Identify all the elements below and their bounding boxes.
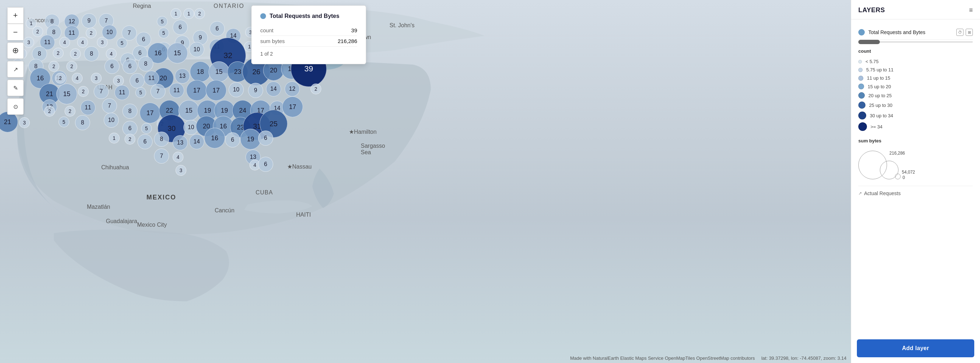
bubble-2[interactable]: 2 — [67, 61, 77, 72]
bubble-6[interactable]: 6 — [225, 132, 240, 147]
bubble-17[interactable]: 17 — [282, 97, 303, 117]
bubble-10[interactable]: 10 — [189, 42, 204, 57]
bubble-5[interactable]: 5 — [158, 28, 169, 38]
bubble-5[interactable]: 5 — [141, 123, 152, 134]
bubble-14[interactable]: 14 — [266, 81, 281, 97]
bubble-2[interactable]: 2 — [53, 48, 64, 59]
layer-grid-icon[interactable]: ⊞ — [966, 29, 973, 36]
bubble-3[interactable]: 3 — [19, 117, 30, 128]
bubble-2[interactable]: 2 — [194, 8, 205, 19]
bubble-15[interactable]: 15 — [56, 84, 77, 105]
draw-button[interactable]: ✎ — [7, 79, 24, 96]
bubble-6[interactable]: 6 — [258, 130, 273, 146]
bubble-9[interactable]: 9 — [248, 83, 263, 98]
bubble-13[interactable]: 13 — [173, 135, 188, 150]
bubble-5[interactable]: 5 — [59, 117, 69, 127]
bubble-7[interactable]: 7 — [154, 149, 169, 163]
bubble-5[interactable]: 5 — [135, 87, 146, 98]
bubble-3[interactable]: 3 — [113, 75, 124, 86]
panel-content: Total Requests and Bytes ⏱ ⊞ count < 5.7… — [851, 19, 980, 334]
bubble-6[interactable]: 6 — [210, 21, 225, 36]
bubble-11[interactable]: 11 — [115, 85, 130, 100]
bubble-5[interactable]: 5 — [157, 16, 168, 27]
layer-item[interactable]: Total Requests and Bytes ⏱ ⊞ — [858, 25, 973, 40]
compass-button[interactable]: ⊕ — [7, 42, 24, 59]
bubble-6[interactable]: 6 — [137, 134, 153, 149]
bubble-3[interactable]: 3 — [175, 165, 186, 176]
bubble-8[interactable]: 8 — [75, 115, 90, 130]
bubble-7[interactable]: 7 — [94, 84, 109, 99]
bubble-4[interactable]: 4 — [72, 73, 83, 84]
bubble-2[interactable]: 2 — [48, 61, 59, 72]
tooltip-pagination: 1 of 2 — [260, 51, 357, 57]
bubble-2[interactable]: 2 — [44, 106, 55, 117]
panel-menu-icon[interactable]: ≡ — [969, 6, 973, 14]
panel-scrollbar[interactable] — [858, 41, 973, 43]
legend-item-count: 25 up to 30 — [858, 100, 973, 110]
bubble-3[interactable]: 3 — [91, 73, 102, 84]
bubble-8[interactable]: 8 — [138, 56, 153, 71]
bubble-11[interactable]: 11 — [144, 71, 159, 86]
legend-circle — [858, 76, 863, 81]
legend-item-count: 30 up to 34 — [858, 110, 973, 121]
bubble-17[interactable]: 17 — [186, 80, 207, 101]
bubble-7[interactable]: 7 — [150, 84, 165, 99]
tooltip-title-text: Total Requests and Bytes — [270, 13, 339, 19]
bubble-1[interactable]: 1 — [170, 8, 181, 19]
map[interactable]: Vancouver Regina ONTARIO St. John's Char… — [0, 0, 851, 363]
bubble-2[interactable]: 2 — [70, 48, 81, 59]
zoom-controls: + − — [7, 7, 24, 40]
bubble-2[interactable]: 2 — [32, 26, 43, 37]
bubble-1[interactable]: 1 — [109, 133, 119, 143]
bubble-8[interactable]: 8 — [123, 104, 137, 119]
bubble-15[interactable]: 15 — [208, 61, 229, 82]
bubble-6[interactable]: 6 — [105, 59, 119, 74]
bubble-4[interactable]: 4 — [77, 37, 88, 48]
bubble-1[interactable]: 1 — [183, 8, 194, 19]
bubble-7[interactable]: 7 — [102, 98, 117, 113]
bubble-9[interactable]: 9 — [81, 13, 97, 29]
bubble-3[interactable]: 3 — [23, 37, 34, 48]
bubble-10[interactable]: 10 — [229, 82, 244, 97]
bubble-10[interactable]: 10 — [104, 113, 119, 128]
tooltip-bytes-value: 216,286 — [338, 38, 357, 44]
legend-circle — [858, 122, 867, 131]
bubble-4[interactable]: 4 — [173, 152, 183, 162]
bubble-15[interactable]: 15 — [178, 100, 199, 121]
bubble-17[interactable]: 17 — [206, 80, 226, 101]
arrow-icon: ↗ — [858, 191, 862, 196]
bubble-11[interactable]: 11 — [169, 83, 184, 98]
layer-clock-icon[interactable]: ⏱ — [956, 29, 964, 36]
add-layer-button[interactable]: Add layer — [857, 339, 974, 357]
bubble-14[interactable]: 14 — [189, 134, 204, 149]
bubble-2[interactable]: 2 — [86, 28, 97, 38]
bubble-6[interactable]: 6 — [136, 32, 151, 47]
bubble-8[interactable]: 8 — [154, 132, 169, 147]
bubble-17[interactable]: 17 — [140, 103, 161, 124]
actual-requests-link[interactable]: ↗ Actual Requests — [858, 186, 973, 201]
measure-button[interactable]: ↗ — [7, 61, 24, 78]
bubble-6[interactable]: 6 — [173, 20, 188, 35]
bubble-4[interactable]: 4 — [106, 48, 117, 59]
bubble-5[interactable]: 5 — [117, 38, 127, 48]
zoom-in-button[interactable]: + — [7, 7, 24, 24]
bubble-16[interactable]: 16 — [204, 128, 225, 149]
pin-button[interactable]: ⊙ — [7, 98, 24, 115]
bubble-18[interactable]: 18 — [190, 61, 211, 82]
bubble-2[interactable]: 2 — [310, 84, 321, 94]
bubble-2[interactable]: 2 — [65, 106, 75, 117]
bubble-2[interactable]: 2 — [78, 86, 89, 97]
bubble-8[interactable]: 8 — [84, 46, 99, 61]
bubble-2[interactable]: 2 — [55, 73, 66, 84]
bubble-13[interactable]: 13 — [175, 68, 190, 84]
bubble-4[interactable]: 4 — [59, 37, 70, 48]
bubble-6[interactable]: 6 — [258, 157, 273, 172]
bubble-6[interactable]: 6 — [123, 59, 137, 74]
bubble-15[interactable]: 15 — [167, 43, 188, 63]
zoom-out-button[interactable]: − — [7, 24, 24, 40]
bubble-12[interactable]: 12 — [285, 81, 300, 97]
bubble-2[interactable]: 2 — [124, 134, 135, 144]
bubble-11[interactable]: 11 — [80, 100, 95, 115]
bubble-3[interactable]: 3 — [97, 37, 108, 48]
bubble-6[interactable]: 6 — [130, 73, 145, 88]
